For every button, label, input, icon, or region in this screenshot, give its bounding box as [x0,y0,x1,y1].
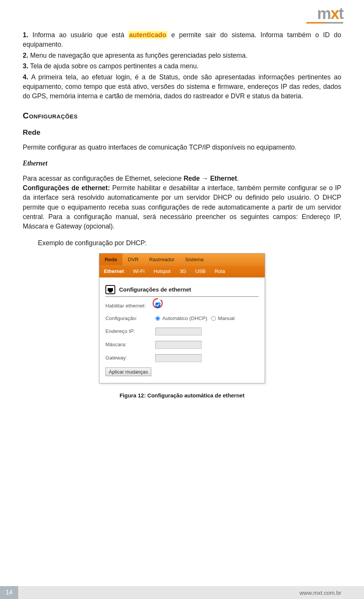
heading-rede: Rede [23,127,341,138]
panel-header: Configurações de ethernet [105,285,259,297]
subtab-wifi[interactable]: Wi-Fi [129,266,149,277]
page-number: 14 [0,586,18,599]
label-endereco-ip: Endereço IP: [105,328,155,335]
tab-sistema[interactable]: Sistema [180,254,209,265]
label-mascara: Máscara: [105,341,155,348]
logo-underline [306,22,343,24]
heading-configuracoes: Configurações [23,110,341,122]
ethernet-icon [105,285,115,294]
highlight-authenticated: autenticado [129,31,167,39]
numbered-list: 1. Informa ao usuário que está autentica… [23,30,341,101]
radio-manual[interactable] [211,316,216,321]
sub-tabs: Ethernet Wi-Fi Hotspot 3G USB Rota [99,265,265,277]
label-configuracao: Configuração: [105,315,155,322]
figure-caption: Figura 12: Configuração automática de et… [23,392,341,400]
page-footer: 14 www.mxt.com.br [0,586,364,599]
radio-dhcp[interactable] [155,316,160,321]
footer-url: www.mxt.com.br [300,590,341,596]
label-habilitar: Habilitar ethernet: [105,302,155,310]
ethernet-config-screenshot: Rede DVR Rastreador Sistema Ethernet Wi-… [99,253,265,383]
main-tabs: Rede DVR Rastreador Sistema [99,254,265,265]
subtab-3g[interactable]: 3G [175,266,191,277]
apply-button[interactable]: Aplicar mudanças [105,367,151,376]
paragraph-ethernet: Para acessar as configurações de Etherne… [23,174,341,232]
brand-logo: mxt [317,5,343,23]
tab-dvr[interactable]: DVR [122,254,144,265]
subtab-usb[interactable]: USB [191,266,210,277]
input-gateway[interactable] [155,354,202,362]
input-endereco-ip[interactable] [155,328,202,336]
heading-ethernet: Ethernet [23,158,341,168]
paragraph-rede-intro: Permite configurar as quatro interfaces … [23,143,341,152]
label-manual: Manual [218,315,235,322]
example-label: Exemplo de configuração por DHCP: [38,238,341,248]
subtab-rota[interactable]: Rota [210,266,229,277]
label-dhcp: Automático (DHCP) [162,315,207,322]
subtab-ethernet[interactable]: Ethernet [99,266,129,277]
tab-rede[interactable]: Rede [99,254,122,265]
label-gateway: Gateway: [105,354,155,362]
checkbox-habilitar-ethernet[interactable] [155,303,160,307]
subtab-hotspot[interactable]: Hotspot [149,266,175,277]
input-mascara[interactable] [155,341,202,349]
tab-rastreador[interactable]: Rastreador [144,254,180,265]
